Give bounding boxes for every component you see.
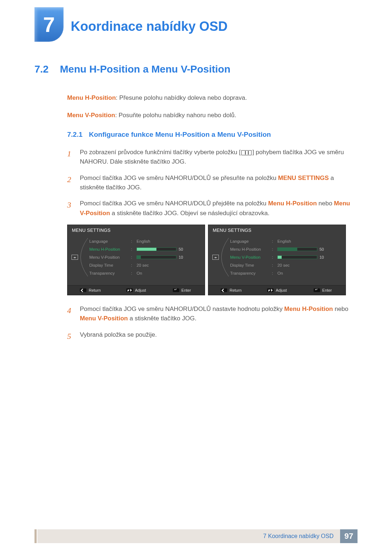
osd-panel-h: MENU SETTINGS ◂▸ Language Menu H-Positio… <box>67 225 205 295</box>
step-2-menu-settings: MENU SETTINGS <box>278 175 329 181</box>
osd-foot-enter: Enter <box>322 288 332 292</box>
step-4-text-b: a stiskněte tlačítko JOG. <box>128 315 196 322</box>
menu-icon <box>241 150 252 155</box>
intro-h-label: Menu H-Position <box>67 94 116 101</box>
step-3: 3 Pomocí tlačítka JOG ve směru NAHORU/DO… <box>67 199 358 218</box>
step-3-h: Menu H-Position <box>268 200 317 207</box>
step-5: 5 Vybraná položka se použije. <box>67 330 358 342</box>
subsection-title: Konfigurace funkce Menu H-Position a Men… <box>89 131 271 138</box>
osd-row-display-time: Display Time <box>230 261 272 269</box>
return-icon <box>221 288 227 292</box>
step-1: 1 Po zobrazení průvodce funkčními tlačít… <box>67 148 358 167</box>
adjust-icon <box>267 288 274 292</box>
step-1-text-a: Po zobrazení průvodce funkčními tlačítky… <box>80 149 241 156</box>
step-4: 4 Pomocí tlačítka JOG ve směru NAHORU/DO… <box>67 304 358 324</box>
osd-footer: Return Adjust Enter <box>208 285 346 295</box>
osd-slider-v <box>136 255 176 259</box>
step-3-text-b: a stiskněte tlačítko JOG. Objeví se násl… <box>110 210 269 217</box>
osd-val-display-time: 20 sec <box>136 263 149 267</box>
footer-text: 7 Koordinace nabídky OSD <box>263 533 334 539</box>
osd-slider-h <box>277 247 317 251</box>
subsection-number: 7.2.1 <box>67 131 89 139</box>
return-icon <box>80 288 86 292</box>
adjust-icon <box>126 288 133 292</box>
footer-accent <box>34 529 37 543</box>
osd-row-display-time: Display Time <box>89 261 131 269</box>
osd-val-v: 10 <box>319 255 324 259</box>
step-3-text-a: Pomocí tlačítka JOG ve směru NAHORU/DOLŮ… <box>80 200 268 207</box>
osd-row-transparency: Transparency <box>230 269 272 277</box>
osd-val-transparency: On <box>136 271 142 275</box>
osd-row-h-position: Menu H-Position <box>89 245 131 253</box>
intro-v-text: : Posuňte polohu nabídky nahoru nebo dol… <box>115 112 236 119</box>
osd-row-v-position: Menu V-Position <box>230 253 272 261</box>
intro-h-position: Menu H-Position: Přesune polohu nabídky … <box>67 93 358 103</box>
osd-val-language: English <box>136 239 150 243</box>
step-2: 2 Pomocí tlačítka JOG ve směru NAHORU/DO… <box>67 173 358 193</box>
osd-row-language: Language <box>230 237 272 245</box>
osd-val-language: English <box>277 239 291 243</box>
step-4-v: Menu V-Position <box>80 315 128 322</box>
section-number: 7.2 <box>34 63 60 75</box>
osd-curve-decoration <box>80 237 89 277</box>
step-4-or: nebo <box>333 305 348 312</box>
step-4-h: Menu H-Position <box>284 305 333 312</box>
osd-screenshots: MENU SETTINGS ◂▸ Language Menu H-Positio… <box>67 225 358 295</box>
osd-curve-decoration <box>221 237 230 277</box>
osd-val-transparency: On <box>277 271 283 275</box>
enter-icon <box>173 288 179 292</box>
chapter-header: 7 Koordinace nabídky OSD <box>34 11 358 42</box>
step-number: 4 <box>67 304 74 324</box>
chapter-title: Koordinace nabídky OSD <box>71 19 228 34</box>
osd-foot-adjust: Adjust <box>276 288 287 292</box>
intro-v-label: Menu V-Position <box>67 112 115 119</box>
osd-val-display-time: 20 sec <box>277 263 290 267</box>
osd-val-v: 10 <box>179 255 183 259</box>
osd-row-h-position: Menu H-Position <box>230 245 272 253</box>
enter-icon <box>314 288 320 292</box>
chapter-number-badge: 7 <box>34 7 64 42</box>
step-number: 2 <box>67 173 74 193</box>
step-number: 1 <box>67 148 74 167</box>
osd-foot-enter: Enter <box>181 288 191 292</box>
step-2-text-a: Pomocí tlačítka JOG ve směru NAHORU/DOLŮ… <box>80 175 278 181</box>
osd-row-language: Language <box>89 237 131 245</box>
osd-foot-adjust: Adjust <box>135 288 146 292</box>
osd-title: MENU SETTINGS <box>68 225 205 236</box>
step-4-text-a: Pomocí tlačítka JOG ve směru NAHORU/DOLŮ… <box>80 305 284 312</box>
steps-list: 1 Po zobrazení průvodce funkčními tlačít… <box>67 148 358 218</box>
step-number: 5 <box>67 330 74 342</box>
osd-side-icon: ◂▸ <box>70 237 80 277</box>
step-5-text: Vybraná položka se použije. <box>80 330 358 342</box>
step-number: 3 <box>67 199 74 218</box>
osd-title: MENU SETTINGS <box>208 225 346 236</box>
osd-side-icon: ◂▸ <box>211 237 221 277</box>
subsection-heading: 7.2.1Konfigurace funkce Menu H-Position … <box>67 131 358 139</box>
osd-val-h: 50 <box>179 247 183 251</box>
osd-row-transparency: Transparency <box>89 269 131 277</box>
intro-h-text: : Přesune polohu nabídky doleva nebo dop… <box>116 94 247 101</box>
osd-slider-h <box>136 247 176 251</box>
osd-foot-return: Return <box>89 288 101 292</box>
osd-panel-v: MENU SETTINGS ◂▸ Language Menu H-Positio… <box>208 225 346 295</box>
step-3-or: nebo <box>317 200 334 207</box>
section-heading: 7.2Menu H-Position a Menu V-Position <box>34 63 358 75</box>
page-number: 97 <box>340 529 358 543</box>
osd-slider-v <box>277 255 317 259</box>
intro-v-position: Menu V-Position: Posuňte polohu nabídky … <box>67 111 358 120</box>
steps-list-continued: 4 Pomocí tlačítka JOG ve směru NAHORU/DO… <box>67 304 358 342</box>
osd-row-v-position: Menu V-Position <box>89 253 131 261</box>
page-footer: 7 Koordinace nabídky OSD 97 <box>34 529 358 543</box>
osd-foot-return: Return <box>229 288 241 292</box>
section-title: Menu H-Position a Menu V-Position <box>60 63 230 75</box>
osd-footer: Return Adjust Enter <box>68 285 205 295</box>
osd-val-h: 50 <box>319 247 324 251</box>
